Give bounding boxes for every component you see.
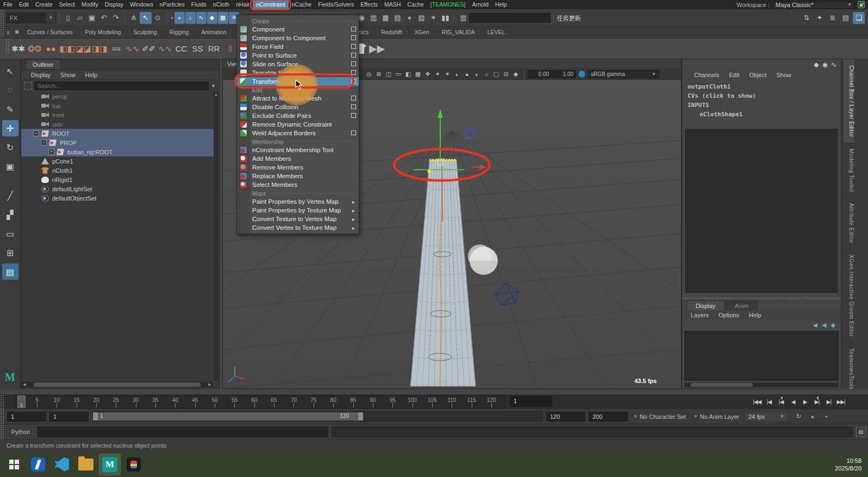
- menu-item[interactable]: Help: [492, 0, 510, 9]
- scale-tool-icon[interactable]: ▣: [2, 158, 18, 174]
- dropdown-menu-item[interactable]: Disable Collision: [237, 103, 359, 111]
- render-setup-icon[interactable]: ▧: [415, 12, 427, 24]
- channel-values-area[interactable]: [685, 129, 838, 293]
- channel-box-line[interactable]: outputCloth1: [688, 82, 841, 91]
- sidebar-tab[interactable]: Modeling Toolkit: [844, 143, 854, 198]
- step-back-frame-button[interactable]: |◀: [764, 396, 775, 407]
- channel-box-menu-item[interactable]: Edit: [725, 72, 744, 78]
- curve-r-icon[interactable]: RR: [207, 41, 221, 56]
- option-box-icon[interactable]: [351, 79, 356, 84]
- animation-start-field[interactable]: 1: [7, 412, 46, 422]
- menu-item[interactable]: nParticles: [157, 0, 188, 9]
- menu-item[interactable]: Effects: [357, 0, 381, 9]
- drag-handle[interactable]: [5, 39, 9, 54]
- playback-loop-icon[interactable]: ↻: [794, 411, 804, 423]
- search-input[interactable]: [34, 81, 209, 90]
- resolution-gate-icon[interactable]: ▭: [394, 70, 403, 79]
- xray-icon[interactable]: ⊟: [501, 70, 511, 79]
- menu-item[interactable]: Display: [102, 0, 127, 9]
- expand-toggle-icon[interactable]: +: [48, 149, 54, 155]
- option-box-icon[interactable]: [351, 104, 356, 109]
- play-forwards-button[interactable]: ▶: [800, 396, 810, 407]
- pause-icon[interactable]: ▮▮: [439, 12, 451, 24]
- anti-alias-icon[interactable]: ○: [482, 70, 491, 79]
- vertical-scrollbar[interactable]: ▲: [214, 92, 218, 381]
- layer-editor-menu-item[interactable]: Options: [714, 312, 744, 318]
- current-time-marker[interactable]: 1: [17, 396, 26, 408]
- command-input[interactable]: [38, 426, 328, 437]
- workspace-select[interactable]: Maya Classic* ▼: [773, 1, 854, 9]
- particle-emit-icon[interactable]: ●●: [43, 41, 58, 56]
- option-box-icon[interactable]: [351, 27, 356, 32]
- new-layer-icon[interactable]: ◆: [831, 322, 835, 329]
- dropdown-menu-item[interactable]: Point to Surface: [237, 51, 359, 60]
- timeline-tick[interactable]: 80: [326, 396, 340, 407]
- dropdown-menu-item[interactable]: Add Members: [237, 154, 359, 163]
- workspace-lock-icon[interactable]: [858, 1, 865, 8]
- timeline-tick[interactable]: 20: [89, 396, 103, 407]
- menu-item[interactable]: Modify: [78, 0, 102, 9]
- gate-mask-icon[interactable]: ◧: [403, 70, 413, 79]
- timeline-tick[interactable]: 95: [385, 396, 399, 407]
- sidebar-tab[interactable]: XGen Interactive Groom Editor: [844, 249, 854, 343]
- anim-layer-select[interactable]: ▼ No Anim Layer: [691, 412, 741, 422]
- color-management-toggle[interactable]: [578, 71, 585, 78]
- timeline-tick[interactable]: 45: [188, 396, 202, 407]
- collider-cube-icon[interactable]: ◨◨: [92, 41, 107, 56]
- layer-editor-tab[interactable]: Display: [686, 300, 725, 310]
- timeline-tick[interactable]: 70: [286, 396, 301, 407]
- open-scene-icon[interactable]: ▱: [74, 12, 86, 24]
- option-box-icon[interactable]: [351, 130, 356, 135]
- dropdown-menu-item[interactable]: Edit: [237, 86, 359, 94]
- layers-icon[interactable]: ❏: [853, 12, 865, 24]
- character-set-select[interactable]: ▼ No Character Set: [631, 412, 688, 422]
- hair-curve-icon[interactable]: ∿∿: [158, 41, 172, 56]
- go-to-end-button[interactable]: ▶▶|: [835, 396, 846, 407]
- select-component-icon[interactable]: ⊙: [152, 12, 164, 24]
- horizontal-scrollbar[interactable]: [684, 382, 839, 387]
- ipr-render-icon[interactable]: ▦: [379, 12, 391, 24]
- timeline-tick[interactable]: 50: [208, 396, 222, 407]
- strands-icon[interactable]: ⦙⦙: [223, 41, 238, 56]
- help-book-icon[interactable]: ▥: [457, 12, 469, 24]
- nparticles-icon[interactable]: ❂❂: [27, 41, 42, 56]
- dropdown-menu-item[interactable]: Select Members: [237, 180, 359, 189]
- step-forward-frame-button[interactable]: ▶|: [823, 396, 834, 407]
- layer-editor-tab[interactable]: Anim: [726, 300, 758, 310]
- drag-handle[interactable]: [0, 424, 4, 439]
- graph-icon[interactable]: ∿: [831, 61, 836, 68]
- shelf-tab[interactable]: Rigging: [164, 27, 196, 38]
- expand-toggle-icon[interactable]: −: [41, 140, 47, 146]
- taskbar-app-files[interactable]: [75, 454, 97, 475]
- hair-brush-icon[interactable]: ✐✐: [141, 41, 156, 56]
- curve-c-icon[interactable]: CC: [174, 41, 189, 56]
- outliner-item[interactable]: − PROP: [21, 138, 214, 147]
- dropdown-menu-item[interactable]: Paint Properties by Texture Map: [237, 206, 359, 215]
- outliner-item[interactable]: nRigid1: [21, 175, 214, 184]
- taskbar-clock[interactable]: 10:58 2025/8/20: [835, 457, 868, 472]
- character-set-icon[interactable]: ◆: [814, 61, 819, 68]
- select-hierarchy-icon[interactable]: ⋔: [128, 12, 140, 24]
- layout-single-icon[interactable]: ▭: [2, 225, 18, 242]
- move-layer-down-icon[interactable]: ◀: [822, 322, 826, 329]
- timeline-tick[interactable]: 75: [307, 396, 321, 407]
- outliner-item[interactable]: nCloth1: [21, 166, 214, 175]
- option-box-icon[interactable]: [351, 113, 356, 118]
- shelf-tab[interactable]: Poly Modeling: [79, 27, 127, 38]
- lasso-tool-icon[interactable]: ◌: [2, 82, 18, 98]
- timeline-tick[interactable]: 5: [30, 396, 44, 407]
- shelf-tab[interactable]: RIG_VALIDA: [436, 27, 482, 38]
- sidebar-tab[interactable]: Channel Box / Layer Editor: [844, 60, 854, 143]
- timeline-tick[interactable]: 25: [109, 396, 123, 407]
- channel-box-menu-item[interactable]: Channels: [690, 72, 723, 78]
- nucleus-icon[interactable]: ◉: [822, 61, 827, 68]
- drag-handle[interactable]: [0, 9, 4, 26]
- channel-box-menu-item[interactable]: Show: [772, 72, 796, 78]
- screen-space-ao-icon[interactable]: ●: [462, 70, 472, 79]
- layer-editor-menu-item[interactable]: Layers: [686, 312, 713, 318]
- shelf-gear-icon[interactable]: ✱: [13, 29, 21, 36]
- timeline-tick[interactable]: 90: [366, 396, 380, 407]
- scroll-left-icon[interactable]: ◀: [22, 382, 27, 387]
- curve-s-icon[interactable]: SS: [190, 41, 205, 56]
- menu-item[interactable]: Select: [56, 0, 78, 9]
